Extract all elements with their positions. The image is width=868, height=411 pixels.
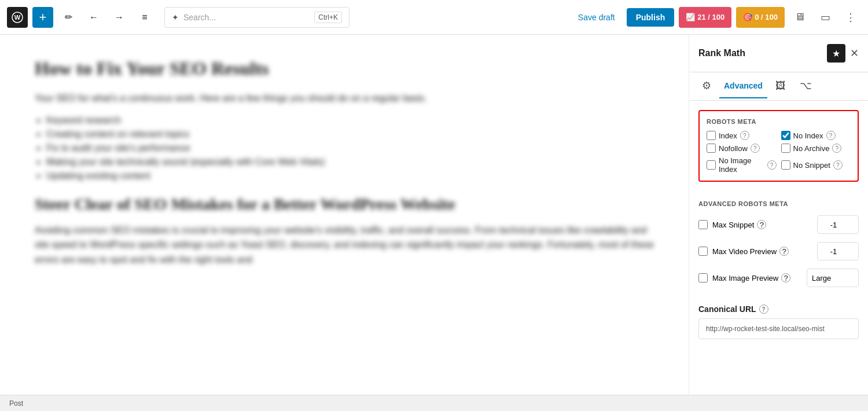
noindex-label[interactable]: No Index <box>793 131 823 140</box>
max-video-preview-row: Max Video Preview ? <box>698 242 859 260</box>
robots-meta-grid: Index ? No Index ? Nofollow ? <box>707 131 851 174</box>
content-intro: Your SEO for what's a continuous work. H… <box>35 91 654 106</box>
seo-score-icon: 📈 <box>686 13 695 21</box>
max-snippet-checkbox[interactable] <box>698 220 708 229</box>
max-image-preview-checkbox[interactable] <box>698 273 708 282</box>
tab-schema[interactable]: ⌥ <box>794 72 818 100</box>
nosnippet-label[interactable]: No Snippet <box>793 161 830 170</box>
sidebar-toggle-button[interactable]: ▭ <box>815 7 836 28</box>
star-button[interactable]: ★ <box>827 44 845 63</box>
max-snippet-label-group: Max Snippet ? <box>712 220 812 229</box>
max-snippet-number-wrapper <box>817 215 859 234</box>
noimageindex-checkbox[interactable] <box>707 160 716 170</box>
post-title: How to Fix Your SEO Results <box>35 58 654 79</box>
settings-icon: ⚙ <box>702 79 711 92</box>
search-bar[interactable]: ✦ Search... Ctrl+K <box>164 7 350 28</box>
publish-button[interactable]: Publish <box>627 8 675 27</box>
max-video-preview-label-group: Max Video Preview ? <box>712 247 812 256</box>
edit-mode-button[interactable]: ✏ <box>58 7 79 28</box>
content-subtitle: Steer Clear of SEO Mistakes for a Better… <box>35 195 654 214</box>
list-view-button[interactable]: ≡ <box>134 7 155 28</box>
max-image-preview-help-icon[interactable]: ? <box>781 273 790 282</box>
max-video-preview-help-icon[interactable]: ? <box>779 247 789 256</box>
checkbox-row-noimageindex: No Image Index ? <box>707 156 777 174</box>
social-icon: 🖼 <box>775 80 786 92</box>
max-snippet-row: Max Snippet ? <box>698 215 859 234</box>
noarchive-label[interactable]: No Archive <box>793 144 830 153</box>
advanced-robots-section: ADVANCED ROBOTS META Max Snippet ? Max V… <box>689 200 868 304</box>
index-help-icon[interactable]: ? <box>740 131 749 140</box>
monitor-button[interactable]: 🖥 <box>789 7 810 28</box>
index-label[interactable]: Index <box>719 131 737 140</box>
max-snippet-input[interactable] <box>817 215 859 234</box>
list-item: Fix to audit your site's performance <box>46 143 654 153</box>
max-video-preview-number-wrapper <box>817 242 859 260</box>
robots-meta-section: ROBOTS META Index ? No Index ? <box>689 101 868 200</box>
tab-social[interactable]: 🖼 <box>770 73 792 100</box>
add-block-button[interactable]: + <box>32 7 53 28</box>
canonical-url-input[interactable] <box>698 318 859 339</box>
list-item: Keyword research <box>46 115 654 126</box>
max-video-preview-label[interactable]: Max Video Preview <box>712 247 777 256</box>
noarchive-help-icon[interactable]: ? <box>832 144 841 153</box>
canonical-url-section: Canonical URL ? <box>689 304 868 348</box>
content-list: Keyword research Creating content on rel… <box>46 115 654 181</box>
svg-text:W: W <box>14 14 21 21</box>
noindex-help-icon[interactable]: ? <box>826 131 836 140</box>
tab-settings[interactable]: ⚙ <box>696 72 717 100</box>
noimageindex-label[interactable]: No Image Index <box>719 156 764 174</box>
sidebar-title: Rank Math <box>698 48 745 58</box>
tab-advanced-label: Advanced <box>724 81 763 90</box>
checkbox-row-noarchive: No Archive ? <box>781 144 851 153</box>
keyboard-shortcut: Ctrl+K <box>314 12 342 23</box>
max-image-preview-row: Max Image Preview ? None Standard Large <box>698 269 859 287</box>
schema-icon: ⌥ <box>800 79 812 92</box>
seo-score-value: 21 / 100 <box>697 13 724 21</box>
checkbox-row-index: Index ? <box>707 131 777 140</box>
max-image-preview-select[interactable]: None Standard Large <box>807 269 859 287</box>
advanced-robots-title: ADVANCED ROBOTS META <box>698 200 859 207</box>
seo-score-button[interactable]: 📈 21 / 100 <box>679 7 731 28</box>
noarchive-checkbox[interactable] <box>781 144 790 153</box>
wp-logo: W <box>7 7 28 28</box>
nofollow-label[interactable]: Nofollow <box>719 144 748 153</box>
main-layout: How to Fix Your SEO Results Your SEO for… <box>0 35 868 395</box>
canonical-url-help-icon[interactable]: ? <box>759 304 768 314</box>
max-video-preview-input[interactable] <box>817 242 859 260</box>
content-score-value: 0 / 100 <box>755 13 778 21</box>
content-body: Avoiding common SEO mistakes is crucial … <box>35 223 654 267</box>
undo-button[interactable]: ← <box>83 7 104 28</box>
index-checkbox[interactable] <box>707 131 716 140</box>
content-area: How to Fix Your SEO Results Your SEO for… <box>0 35 689 395</box>
redo-button[interactable]: → <box>109 7 130 28</box>
nofollow-help-icon[interactable]: ? <box>751 144 760 153</box>
checkbox-row-nofollow: Nofollow ? <box>707 144 777 153</box>
noindex-checkbox[interactable] <box>781 131 790 140</box>
max-snippet-label[interactable]: Max Snippet <box>712 221 754 229</box>
checkbox-row-noindex: No Index ? <box>781 131 851 140</box>
nofollow-checkbox[interactable] <box>707 144 716 153</box>
canonical-url-title: Canonical URL ? <box>698 304 859 314</box>
close-sidebar-button[interactable]: ✕ <box>850 47 859 60</box>
rankmath-sidebar: Rank Math ★ ✕ ⚙ Advanced 🖼 ⌥ ROBOT <box>689 35 868 395</box>
max-image-preview-label-group: Max Image Preview ? <box>712 273 802 282</box>
nosnippet-checkbox[interactable] <box>781 160 790 170</box>
robots-meta-title: ROBOTS META <box>707 118 851 125</box>
tab-advanced[interactable]: Advanced <box>719 74 767 98</box>
checkbox-row-nosnippet: No Snippet ? <box>781 156 851 174</box>
more-options-button[interactable]: ⋮ <box>840 7 861 28</box>
save-draft-button[interactable]: Save draft <box>571 9 622 25</box>
max-snippet-help-icon[interactable]: ? <box>757 220 766 229</box>
content-score-button[interactable]: 🎯 0 / 100 <box>736 7 785 28</box>
list-item: Making your site technically sound (espe… <box>46 157 654 167</box>
canonical-url-label: Canonical URL <box>698 304 756 314</box>
max-image-preview-label[interactable]: Max Image Preview <box>712 274 778 282</box>
max-video-preview-checkbox[interactable] <box>698 247 708 256</box>
list-item: Creating content on relevant topics <box>46 129 654 140</box>
search-placeholder: Search... <box>183 13 310 22</box>
nosnippet-help-icon[interactable]: ? <box>833 160 843 170</box>
toolbar: W + ✏ ← → ≡ ✦ Search... Ctrl+K Save draf… <box>0 0 868 35</box>
sidebar-header: Rank Math ★ ✕ <box>689 35 868 72</box>
noimageindex-help-icon[interactable]: ? <box>767 160 777 170</box>
content-score-icon: 🎯 <box>743 13 752 21</box>
